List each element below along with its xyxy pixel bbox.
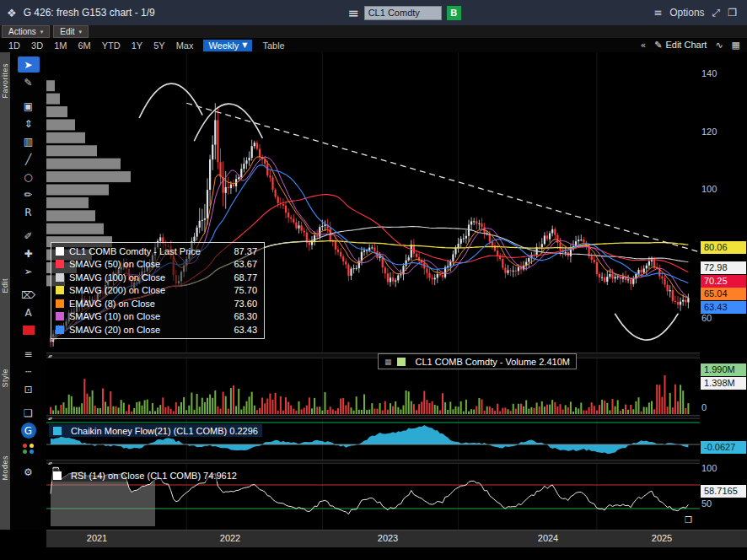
bloomberg-b-button[interactable]: B xyxy=(447,6,461,20)
y-axis-tick: 60 xyxy=(701,313,712,323)
legend-swatch xyxy=(56,299,64,308)
legend-item[interactable]: SMAVG (50) on Close63.67 xyxy=(56,258,260,272)
sidebar-section-favorites[interactable]: Favorites xyxy=(1,63,9,99)
panel-separator[interactable] xyxy=(46,460,700,464)
panel-resize-handle[interactable]: ▴▾ xyxy=(48,353,51,358)
settings-gear[interactable]: ⚙ xyxy=(18,464,40,480)
legend-item[interactable]: EMAVG (8) on Close73.60 xyxy=(56,297,260,310)
legend-item[interactable]: SMAVG (20) on Close63.43 xyxy=(56,323,260,337)
sidebar-section-modes[interactable]: Modes xyxy=(1,455,9,481)
delete-tool[interactable]: ⌦ xyxy=(18,287,40,303)
g-indicator-button[interactable]: G xyxy=(21,423,36,439)
legend-item[interactable]: SMAVG (10) on Close68.30 xyxy=(56,310,260,324)
rsi-legend[interactable]: RSI (14) on Close (CL1 COMB) 74.9612 xyxy=(49,469,241,482)
note-icon[interactable]: ❐ xyxy=(685,515,692,525)
y-axis-tick: 140 xyxy=(701,68,717,78)
legend-item[interactable]: SMAVG (100) on Close68.77 xyxy=(56,271,260,284)
collapse-left-icon[interactable]: « xyxy=(641,40,647,51)
palette-dots xyxy=(23,444,35,454)
period-1M[interactable]: 1M xyxy=(54,40,67,51)
ticker-input[interactable] xyxy=(364,6,442,20)
annotate-pencil-tool[interactable]: ✎ xyxy=(18,74,40,90)
volume-panel[interactable] xyxy=(46,358,700,415)
price-badge: -0.0627 xyxy=(701,441,746,454)
move-tool[interactable]: ✚ xyxy=(18,245,40,261)
line-style-tool[interactable]: ≡ xyxy=(18,346,40,362)
y-axis-tick: 50 xyxy=(701,498,712,509)
image-tool[interactable]: ▣ xyxy=(18,98,40,114)
table-view-button[interactable]: Table xyxy=(262,40,284,51)
edit-menu[interactable]: Edit ▾ xyxy=(53,25,89,38)
period-1D[interactable]: 1D xyxy=(8,40,20,51)
grid-view-icon[interactable]: ▦ xyxy=(732,40,740,51)
volume-legend[interactable]: ▦ CL1 COMB Comdty - Volume 2.410M xyxy=(378,353,577,369)
color-swatch-fill xyxy=(23,326,35,335)
marker-tool[interactable]: ✐ xyxy=(18,228,40,244)
price-badge: 63.43 xyxy=(701,301,746,314)
legend-label: SMAVG (100) on Close xyxy=(69,272,165,283)
y-axis-tick: 0 xyxy=(701,402,707,412)
pencil-tool[interactable]: ✏ xyxy=(18,186,40,202)
ticker-menu-icon[interactable]: ≡ xyxy=(347,5,358,21)
legend-swatch xyxy=(56,326,64,334)
legend-label: SMAVG (20) on Close xyxy=(69,325,160,335)
period-YTD[interactable]: YTD xyxy=(102,40,121,51)
sidebar-section-style[interactable]: Style xyxy=(1,369,9,388)
x-axis-year: 2021 xyxy=(87,533,107,543)
legend-label: SMAVG (10) on Close xyxy=(69,311,160,321)
color-swatch[interactable] xyxy=(18,322,40,338)
popout-icon[interactable]: ⤢ xyxy=(712,7,721,19)
chart-tools-icon[interactable]: ∿ xyxy=(715,40,723,51)
y-axis-tick: 100 xyxy=(701,463,717,473)
titlebar-actions: ≡ Options ⤢ ❐ xyxy=(653,7,740,19)
x-axis-year: 2022 xyxy=(220,533,240,543)
y-axis-tick: 120 xyxy=(701,127,717,137)
x-axis-year: 2025 xyxy=(652,533,672,543)
period-Max[interactable]: Max xyxy=(176,40,194,51)
options-button[interactable]: Options xyxy=(669,7,704,19)
edit-chart-label: Edit Chart xyxy=(665,40,707,51)
rsi-legend-label: RSI (14) on Close (CL1 COMB) 74.9612 xyxy=(71,471,237,481)
window-title: G 426: fresh G153 chart - 1/9 xyxy=(24,7,155,19)
interval-dropdown[interactable]: Weekly ▼ xyxy=(203,40,252,51)
price-badge: 70.25 xyxy=(701,275,746,288)
price-badge: 72.98 xyxy=(701,261,746,274)
dash-style-tool[interactable]: ┄ xyxy=(18,363,40,380)
pointer-tool[interactable]: ➢ xyxy=(18,263,40,279)
price-range-tool[interactable]: ⇕ xyxy=(18,116,40,132)
period-5Y[interactable]: 5Y xyxy=(153,40,164,51)
actions-menu[interactable]: Actions ▾ xyxy=(2,25,50,38)
select-tool[interactable]: ➤ xyxy=(18,57,40,73)
legend-item[interactable]: CL1 COMB Comdty - Last Price87.37 xyxy=(56,245,260,258)
bloomberg-terminal-window: ❖ G 426: fresh G153 chart - 1/9 ≡ B ≡ Op… xyxy=(0,0,747,560)
panel-resize-handle[interactable]: ▴▾ xyxy=(48,460,51,466)
trendline-tool[interactable]: ╱ xyxy=(18,151,40,167)
window-restore-icon[interactable]: ❐ xyxy=(728,7,737,19)
menu-bar: Actions ▾ Edit ▾ xyxy=(0,25,747,38)
legend-item[interactable]: SMAVG (200) on Close75.70 xyxy=(56,284,260,298)
layers-tool[interactable]: ❏ xyxy=(18,405,40,421)
period-1Y[interactable]: 1Y xyxy=(132,40,142,51)
legend-label: EMAVG (8) on Close xyxy=(69,299,155,309)
panel-separator[interactable] xyxy=(46,415,700,419)
text-tool[interactable]: A xyxy=(18,304,40,320)
app-grip-icon[interactable]: ❖ xyxy=(7,7,17,19)
x-axis-year: 2024 xyxy=(538,533,558,543)
regression-tool[interactable]: R xyxy=(18,204,40,220)
caret-down-icon: ▾ xyxy=(40,29,44,35)
legend-swatch xyxy=(56,312,64,320)
checkbox-grid-icon: ▦ xyxy=(384,358,392,366)
panel-separator[interactable] xyxy=(46,353,700,358)
shape-box-tool[interactable]: ⊡ xyxy=(18,381,40,397)
drawing-toolbar: ➤✎▣⇕▥╱○✏R✐✚➢⌦A≡┄⊡❏G⚙ xyxy=(10,52,46,530)
legend-value: 68.30 xyxy=(234,311,260,321)
cmf-legend[interactable]: Chaikin Money Flow(21) (CL1 COMB) 0.2296 xyxy=(49,424,262,437)
period-6M[interactable]: 6M xyxy=(78,40,90,51)
volume-columns-tool[interactable]: ▥ xyxy=(18,133,40,149)
period-3D[interactable]: 3D xyxy=(31,40,43,51)
panel-resize-handle[interactable]: ▴▾ xyxy=(48,415,51,421)
sidebar-section-edit[interactable]: Edit xyxy=(1,278,9,293)
palette-tool[interactable] xyxy=(18,440,40,456)
ellipse-tool[interactable]: ○ xyxy=(18,169,40,185)
edit-chart-button[interactable]: ✎ Edit Chart xyxy=(654,40,707,51)
